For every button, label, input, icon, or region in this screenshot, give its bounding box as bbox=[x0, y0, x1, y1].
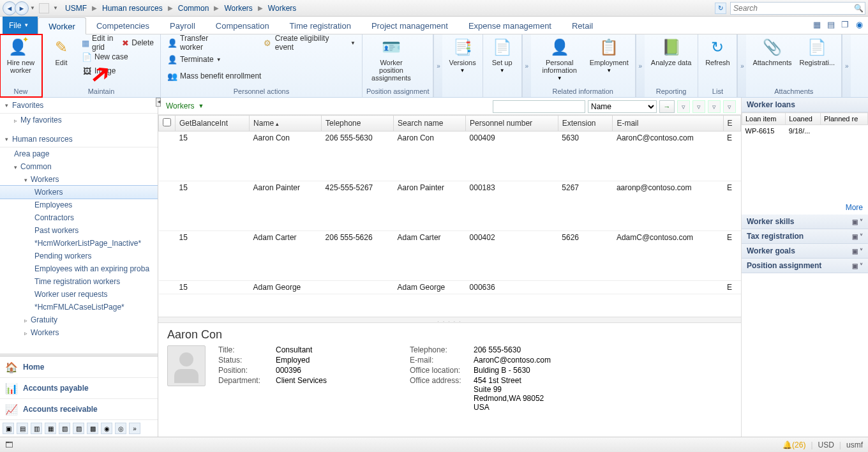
address-root-icon[interactable] bbox=[39, 3, 49, 13]
loan-row[interactable]: WP-66159/18/... bbox=[742, 125, 868, 137]
overflow-1[interactable]: » bbox=[433, 34, 442, 97]
nav-item-fmla[interactable]: *HcmFMLACaseListPage* bbox=[0, 301, 158, 313]
overflow-5[interactable]: » bbox=[842, 34, 851, 97]
address-refresh-button[interactable]: ↻ bbox=[715, 3, 726, 14]
refresh-button[interactable]: ↻Refresh bbox=[702, 36, 733, 66]
new-case-button[interactable]: 📄New case bbox=[79, 50, 156, 64]
mini-6[interactable]: ▨ bbox=[73, 423, 84, 434]
filter-icon-4[interactable]: ▿ bbox=[723, 100, 736, 113]
employment-button[interactable]: 📋Employment▼ bbox=[587, 36, 631, 73]
nav-item-inactive[interactable]: *HcmWorkerListPage_Inactive* bbox=[0, 237, 158, 250]
terminate-button[interactable]: 👤Terminate▼ bbox=[165, 52, 224, 66]
col-name[interactable]: Name ▴ bbox=[250, 116, 322, 132]
col-ext[interactable]: Extension bbox=[558, 116, 613, 132]
table-row[interactable]: 15Aaron Con206 555-5630Aaron Con00040956… bbox=[159, 132, 741, 181]
tab-time-registration[interactable]: Time registration bbox=[280, 17, 361, 34]
crumb-3[interactable]: Workers bbox=[221, 3, 255, 14]
nav-item-workers[interactable]: Workers bbox=[0, 186, 158, 199]
edit-in-grid-button[interactable]: ▦Edit in grid ✖Delete bbox=[79, 36, 156, 50]
rp-section[interactable]: Worker goals▣ ˅ bbox=[742, 244, 868, 259]
view-list-icon[interactable]: ▤ bbox=[826, 19, 836, 29]
nav-ar[interactable]: 📈Accounts receivable bbox=[0, 398, 158, 419]
registration-button[interactable]: 📄Registrati... bbox=[797, 36, 838, 66]
help-icon[interactable]: ◉ bbox=[854, 19, 864, 29]
attachments-button[interactable]: 📎Attachments bbox=[750, 36, 794, 66]
rp-loans-header[interactable]: Worker loans bbox=[742, 98, 868, 112]
common-item[interactable]: ▾Common bbox=[0, 160, 158, 173]
mini-5[interactable]: ▧ bbox=[59, 423, 70, 434]
overflow-2[interactable]: » bbox=[522, 34, 531, 97]
mass-benefit-button[interactable]: 👥Mass benefit enrollment bbox=[165, 69, 264, 83]
rp-section[interactable]: Worker skills▣ ˅ bbox=[742, 215, 868, 229]
list-title-dd[interactable]: ▼ bbox=[198, 103, 204, 109]
favorites-section[interactable]: ▾Favorites bbox=[0, 98, 158, 114]
nav-ap[interactable]: 📊Accounts payable bbox=[0, 377, 158, 398]
col-check[interactable] bbox=[159, 116, 176, 132]
table-row[interactable]: 15Adam Carter206 555-5626Adam Carter0004… bbox=[159, 231, 741, 281]
nav-item-pending[interactable]: Pending workers bbox=[0, 250, 158, 262]
delete-button[interactable]: Delete bbox=[131, 38, 154, 47]
setup-button[interactable]: 📄Set up▼ bbox=[487, 36, 518, 73]
image-button[interactable]: 🖼Image bbox=[79, 64, 156, 78]
mini-2[interactable]: ▤ bbox=[17, 423, 28, 434]
tab-compensation[interactable]: Compensation bbox=[206, 17, 280, 34]
mini-3[interactable]: ▥ bbox=[31, 423, 42, 434]
nav-forward-button[interactable]: ► bbox=[15, 1, 29, 15]
rp-section[interactable]: Tax registration▣ ˅ bbox=[742, 229, 868, 244]
hire-new-worker-button[interactable]: 👤✦ Hire new worker bbox=[4, 36, 38, 74]
tab-payroll[interactable]: Payroll bbox=[160, 17, 206, 34]
nav-item-contractors[interactable]: Contractors bbox=[0, 211, 158, 224]
area-page-item[interactable]: Area page bbox=[0, 147, 158, 160]
filter-field-select[interactable]: Name bbox=[588, 100, 657, 113]
table-row[interactable]: 15Adam GeorgeAdam George000636E bbox=[159, 281, 741, 294]
crumb-4[interactable]: Workers bbox=[265, 3, 299, 14]
nav-item-user-req[interactable]: Worker user requests bbox=[0, 288, 158, 301]
view-grid-icon[interactable]: ▦ bbox=[812, 19, 822, 29]
overflow-3[interactable]: » bbox=[636, 34, 645, 97]
data-grid[interactable]: GetBalanceInt Name ▴ Telephone Search na… bbox=[158, 115, 741, 317]
nav-item-past-workers[interactable]: Past workers bbox=[0, 224, 158, 237]
col-balance[interactable]: GetBalanceInt bbox=[176, 116, 250, 132]
hr-section[interactable]: ▾Human resources bbox=[0, 132, 158, 147]
select-all-checkbox[interactable] bbox=[163, 118, 171, 126]
col-search[interactable]: Search name bbox=[394, 116, 466, 132]
tab-project-management[interactable]: Project management bbox=[361, 17, 458, 34]
col-pnum[interactable]: Personnel number bbox=[466, 116, 558, 132]
nav-item-time-reg[interactable]: Time registration workers bbox=[0, 275, 158, 288]
notifications-button[interactable]: 🔔(26) bbox=[782, 441, 805, 449]
tab-competencies[interactable]: Competencies bbox=[86, 17, 160, 34]
more-link[interactable]: More bbox=[742, 200, 868, 215]
windows-icon[interactable]: ❐ bbox=[840, 19, 850, 29]
filter-icon-1[interactable]: ▿ bbox=[677, 100, 690, 113]
col-telephone[interactable]: Telephone bbox=[322, 116, 394, 132]
crumb-0[interactable]: USMF bbox=[62, 3, 90, 14]
mini-9[interactable]: ◎ bbox=[115, 423, 126, 434]
search-icon[interactable]: 🔍 bbox=[854, 4, 864, 13]
nav-item-employees[interactable]: Employees bbox=[0, 199, 158, 211]
rp-section[interactable]: Position assignment▣ ˅ bbox=[742, 259, 868, 273]
nav-item-expiring[interactable]: Employees with an expiring proba bbox=[0, 262, 158, 275]
nav-history-dropdown[interactable]: ▼ bbox=[29, 1, 36, 15]
table-row[interactable]: 15Aaron Painter425-555-5267Aaron Painter… bbox=[159, 181, 741, 231]
crumb-1[interactable]: Human resources bbox=[99, 3, 166, 14]
nav-home[interactable]: 🏠Home bbox=[0, 356, 158, 377]
mini-8[interactable]: ◉ bbox=[101, 423, 112, 434]
versions-button[interactable]: 📑Versions▼ bbox=[446, 36, 478, 73]
workers-node[interactable]: ▾Workers bbox=[0, 173, 158, 186]
file-menu[interactable]: File▼ bbox=[3, 17, 38, 34]
mini-1[interactable]: ▣ bbox=[3, 423, 14, 434]
global-search-input[interactable] bbox=[731, 4, 865, 13]
create-eligibility-button[interactable]: ⚙Create eligibility event▼ bbox=[260, 36, 358, 50]
analyze-data-button[interactable]: 📗Analyze data bbox=[648, 36, 694, 66]
mini-7[interactable]: ▩ bbox=[87, 423, 98, 434]
col-email[interactable]: E-mail bbox=[613, 116, 723, 132]
workers2-item[interactable]: ▹Workers bbox=[0, 326, 158, 339]
address-root-dd[interactable]: ▼ bbox=[52, 1, 59, 15]
overflow-4[interactable]: » bbox=[737, 34, 746, 97]
mini-4[interactable]: ▦ bbox=[45, 423, 56, 434]
crumb-2[interactable]: Common bbox=[175, 3, 213, 14]
filter-go-button[interactable]: → bbox=[659, 100, 675, 113]
global-search[interactable]: 🔍 bbox=[730, 2, 865, 15]
gratuity-item[interactable]: ▹Gratuity bbox=[0, 313, 158, 326]
filter-text-input[interactable] bbox=[493, 100, 585, 113]
